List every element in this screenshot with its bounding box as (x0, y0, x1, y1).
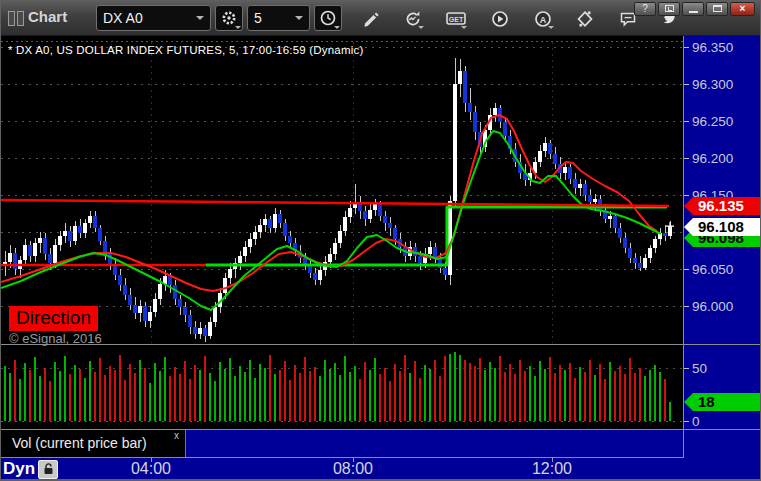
svg-text:96.000: 96.000 (692, 299, 733, 314)
bottom-bar: Vol (current price bar) x 04:0008:0012:0… (1, 429, 761, 480)
svg-text:A: A (540, 15, 547, 25)
svg-text:96.350: 96.350 (692, 40, 733, 55)
maximize-button[interactable] (706, 2, 728, 16)
chevron-down-icon (548, 26, 554, 29)
last-price-marker (666, 222, 674, 230)
svg-text:96.108: 96.108 (698, 218, 744, 235)
gear-icon (219, 8, 239, 28)
clock-icon (318, 8, 338, 28)
time-label: 12:00 (522, 460, 582, 478)
chevron-down-icon (418, 26, 424, 29)
play-icon (490, 9, 510, 29)
draw-tool-button[interactable] (358, 7, 384, 29)
minimize-button[interactable] (682, 2, 704, 16)
restore-window-button[interactable] (658, 2, 680, 16)
symbol-settings-button[interactable] (215, 5, 243, 31)
symbol-combo[interactable]: DX A0 (96, 5, 211, 31)
pivot-tool-button[interactable] (572, 7, 598, 29)
time-label: 08:00 (323, 460, 383, 478)
chevron-down-icon (334, 26, 340, 29)
pencil-icon (361, 9, 381, 29)
resistance-ray (1, 200, 669, 206)
svg-text:GET: GET (449, 16, 464, 23)
interval-combo[interactable]: 5 (247, 5, 310, 31)
window-controls: ? × (634, 2, 755, 16)
auto-study-button[interactable]: A (530, 7, 556, 29)
price-tag: 96.135 (684, 197, 761, 215)
dyn-label: Dyn (3, 459, 35, 479)
pivot-diamond-icon (575, 9, 595, 29)
svg-text:96.050: 96.050 (692, 262, 733, 277)
chevron-down-icon[interactable] (295, 16, 303, 20)
chart-panel-icon (8, 11, 24, 26)
maximize-icon (713, 5, 722, 12)
chevron-down-icon (235, 26, 241, 29)
volume-series (4, 352, 671, 421)
window-title: Chart (28, 8, 67, 25)
lock-icon[interactable] (38, 460, 58, 479)
svg-text:50: 50 (692, 361, 707, 376)
svg-text:18: 18 (698, 393, 715, 410)
time-axis[interactable]: 04:0008:0012:00 (1, 430, 761, 480)
minimize-icon (689, 11, 698, 13)
chart-title: * DX A0, US DOLLAR INDEX FUTURES, 5, 17:… (8, 44, 363, 56)
help-button[interactable]: ? (634, 2, 656, 16)
interval-value: 5 (254, 10, 289, 26)
replay-button[interactable] (487, 7, 513, 29)
chart-canvas[interactable]: 96.35096.30096.25096.20096.15096.05096.0… (1, 36, 761, 429)
dyn-button[interactable]: Dyn (3, 458, 58, 480)
reload-chart-button[interactable] (400, 7, 426, 29)
esignal-watermark: © eSignal, 2016 (9, 331, 102, 346)
price-gridlines (1, 48, 683, 307)
direction-label: Direction (9, 306, 98, 331)
price-tag: 18 (684, 393, 761, 411)
close-button[interactable]: × (730, 2, 755, 16)
svg-text:96.200: 96.200 (692, 151, 733, 166)
time-gridlines (152, 42, 553, 343)
restore-icon (665, 5, 674, 12)
esignal-chart-window: Chart DX A0 5 (0, 0, 761, 481)
svg-text:96.250: 96.250 (692, 114, 733, 129)
get-data-button[interactable]: GET (443, 7, 469, 29)
svg-text:96.135: 96.135 (698, 197, 744, 214)
chevron-down-icon[interactable] (196, 16, 204, 20)
symbol-value: DX A0 (103, 10, 190, 26)
time-label: 04:00 (121, 460, 181, 478)
svg-text:96.300: 96.300 (692, 77, 733, 92)
green-ma (1, 131, 661, 310)
svg-text:0: 0 (692, 414, 700, 429)
chevron-down-icon (461, 26, 467, 29)
price-tag: 96.108 (684, 218, 761, 236)
time-template-button[interactable] (314, 5, 342, 31)
